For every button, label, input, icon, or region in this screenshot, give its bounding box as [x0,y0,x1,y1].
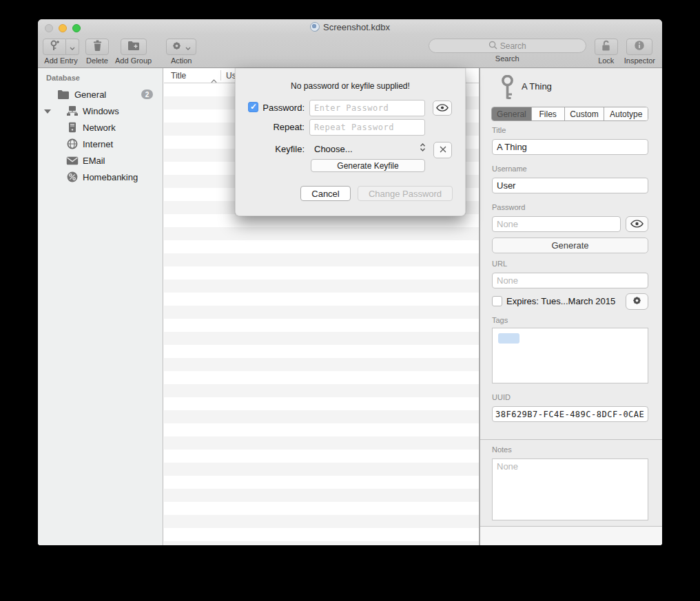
title-field[interactable] [492,139,648,155]
uuid-field[interactable] [492,406,648,422]
sidebar-item-network[interactable]: Network [38,119,163,136]
password-field[interactable] [492,216,621,232]
change-password-sheet: No password or keyfile supplied! Passwor… [235,68,466,216]
column-header-title[interactable]: Title [171,71,186,81]
key-icon [500,75,515,103]
sidebar-item-label: Network [83,123,116,133]
stepper-icon[interactable] [420,143,426,155]
expires-checkbox[interactable] [492,296,502,306]
delete-label: Delete [86,56,108,65]
keyfile-popup[interactable]: Choose... [314,144,353,154]
inspector-footer [480,526,662,545]
add-group-label: Add Group [115,56,152,65]
envelope-icon [66,154,79,167]
tab-general[interactable]: General [492,107,532,120]
sidebar-item-label: Internet [83,139,113,149]
lock-button[interactable] [595,39,618,55]
server-icon [66,121,79,134]
repeat-password-input[interactable] [309,119,425,136]
repeat-label: Repeat: [248,122,305,132]
windows-network-icon [66,105,79,117]
generate-keyfile-button[interactable]: Generate Keyfile [311,159,425,172]
delete-button[interactable] [85,39,109,55]
enter-password-input[interactable] [309,100,425,116]
column-divider[interactable] [220,70,221,81]
username-label: Username [492,165,527,173]
action-button[interactable] [166,39,196,55]
inspector-label: Inspector [624,56,655,65]
tags-label: Tags [492,316,508,324]
lock-open-icon [601,40,611,54]
password-label: Password [492,203,525,211]
search-label: Search [495,54,519,63]
percent-icon [66,171,79,183]
gear-icon [632,295,642,308]
app-window: Screenshot.kdbx Ad [38,19,662,545]
expires-label: Expires: Tues...March 2015 [506,296,615,306]
count-badge: 2 [141,89,153,99]
sheet-message: No password or keyfile supplied! [236,81,465,91]
notes-field[interactable] [492,458,648,520]
add-group-button[interactable] [121,39,147,55]
eye-icon [630,218,644,231]
screen: Screenshot.kdbx Ad [0,0,700,601]
title-label: Title [492,126,506,134]
folder-icon [57,88,70,101]
window-title: Screenshot.kdbx [323,22,390,32]
tab-custom[interactable]: Custom [565,107,605,120]
reveal-password-button[interactable] [626,216,648,232]
document-icon [310,22,320,32]
sidebar-section-header: Database [46,74,80,82]
close-x-icon [439,144,447,156]
key-plus-icon [50,40,59,54]
add-entry-label: Add Entry [44,56,77,65]
sidebar-item-internet[interactable]: Internet [38,136,163,152]
sidebar-item-label: Windows [83,106,119,116]
uuid-label: UUID [492,393,511,401]
content-area: Database General 2 Windows [38,68,662,545]
sidebar-item-homebanking[interactable]: Homebanking [38,169,163,185]
expires-options-button[interactable] [626,293,648,310]
password-label: Password: [248,103,305,113]
section-divider [480,439,662,440]
url-label: URL [492,260,507,268]
tab-autotype[interactable]: Autotype [604,107,648,120]
sidebar-item-label: General [74,89,106,100]
search-icon [488,40,497,52]
add-entry-dropdown-button[interactable] [66,39,79,55]
clear-keyfile-button[interactable] [433,142,452,158]
sidebar: Database General 2 Windows [38,68,163,545]
reveal-password-button[interactable] [433,101,452,116]
tag-pill[interactable] [498,333,519,344]
eye-icon [436,102,449,114]
add-entry-button[interactable] [43,39,66,55]
chevron-down-icon [70,41,75,53]
search-placeholder: Search [500,41,526,51]
sidebar-item-label: Homebanking [83,172,138,182]
tags-field[interactable] [492,328,648,383]
inspector-panel: A Thing General Files Custom Autotype Ti… [480,68,662,545]
titlebar: Screenshot.kdbx [38,19,662,34]
notes-label: Notes [492,445,512,454]
info-icon [634,40,645,54]
toolbar: Add Entry Delete Add Group [38,34,662,68]
sidebar-item-email[interactable]: EMail [38,152,163,169]
sidebar-item-windows[interactable]: Windows [38,103,163,119]
keyfile-label: Keyfile: [248,144,305,154]
sidebar-item-label: EMail [83,156,105,166]
username-field[interactable] [492,178,648,193]
change-password-button[interactable]: Change Password [358,186,453,201]
inspector-button[interactable] [626,39,652,55]
url-field[interactable] [492,273,648,288]
cancel-button[interactable]: Cancel [300,186,351,201]
globe-icon [66,138,79,150]
trash-icon [92,40,103,54]
action-label: Action [171,56,192,65]
inspector-tabs: General Files Custom Autotype [491,107,648,121]
tab-files[interactable]: Files [532,107,565,120]
sidebar-item-general[interactable]: General 2 [38,86,163,103]
lock-label: Lock [598,56,614,65]
search-input[interactable]: Search [429,39,586,53]
generate-password-button[interactable]: Generate [492,238,648,253]
gear-icon [172,41,182,54]
